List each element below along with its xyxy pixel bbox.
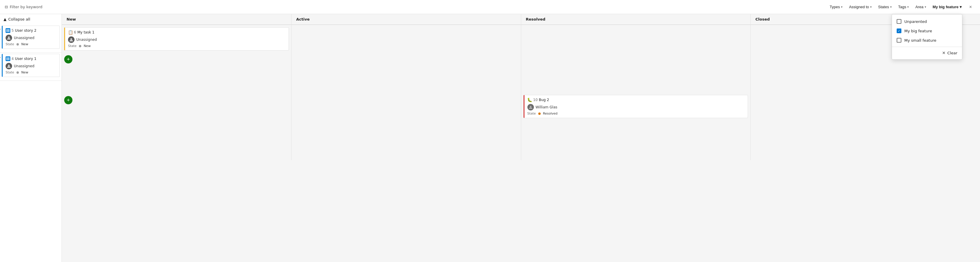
- filter-assigned-to[interactable]: Assigned to ▾: [846, 3, 874, 10]
- col-header-resolved: Resolved: [521, 14, 751, 24]
- filter-icon: ⊟: [5, 5, 8, 9]
- kanban-board: New Active Resolved Closed 📋 6 My task 1: [62, 14, 980, 262]
- chevron-down-icon: ▾: [907, 5, 909, 8]
- svg-rect-3: [6, 57, 8, 60]
- assignee-row-1: Unassigned: [6, 35, 57, 41]
- checkbox-unparented[interactable]: [897, 19, 901, 24]
- chevron-down-icon: ▾: [870, 5, 872, 8]
- chevron-down-icon: ▾: [841, 5, 843, 8]
- collapse-all-btn[interactable]: ▲ Collapse all: [0, 14, 62, 24]
- main-layout: ▲ Collapse all ▼ 5 User story 2: [0, 14, 980, 262]
- story-group-1: ▼ 5 User story 2: [0, 25, 62, 52]
- assignee-row-2: Unassigned: [6, 63, 57, 69]
- task-card-10[interactable]: 🐛 10 Bug 2 William Glas: [523, 95, 748, 118]
- checkbox-my-big-feature[interactable]: ✓: [897, 28, 901, 33]
- clear-btn[interactable]: ✕ Clear: [892, 49, 962, 57]
- col-header-active: Active: [291, 14, 521, 24]
- state-row-1: State New: [6, 42, 57, 46]
- close-button[interactable]: ×: [966, 2, 975, 12]
- clear-x-icon: ✕: [942, 51, 945, 55]
- chevron-down-icon: ▾: [890, 5, 892, 8]
- filter-keyword-label: Filter by keyword: [10, 5, 42, 9]
- filter-area[interactable]: Area ▾: [913, 3, 928, 10]
- bug-icon-10: 🐛: [527, 98, 532, 102]
- state-row-2: State New: [6, 71, 57, 74]
- board-row-2: + 🐛 10 Bug 2: [62, 93, 980, 160]
- cell-row1-active: +: [291, 25, 521, 93]
- cell-row2-new: +: [62, 93, 291, 160]
- filter-types[interactable]: Types ▾: [827, 3, 845, 10]
- dropdown-item-my-big-feature[interactable]: ✓ My big feature: [892, 26, 962, 36]
- board-row-1: 📋 6 My task 1 Unassigned: [62, 25, 980, 93]
- cell-row2-closed: [751, 93, 980, 160]
- add-task-btn-row2-new[interactable]: +: [64, 96, 72, 104]
- filter-states[interactable]: States ▾: [876, 3, 894, 10]
- svg-rect-0: [6, 29, 8, 32]
- task-avatar-6: [68, 36, 75, 43]
- top-bar: ⊟ Filter by keyword Types ▾ Assigned to …: [0, 0, 980, 14]
- task-state-dot-6: [79, 45, 81, 47]
- cell-row1-resolved: [521, 25, 751, 93]
- user-story-icon: [6, 28, 10, 33]
- avatar-2: [6, 63, 12, 69]
- task-card-6[interactable]: 📋 6 My task 1 Unassigned: [64, 27, 289, 51]
- story-card-1[interactable]: ▼ 5 User story 2: [2, 25, 60, 49]
- story-collapse-icon: ▼: [0, 28, 1, 31]
- collapse-arrow-icon: ▲: [3, 17, 6, 21]
- dropdown-divider: [892, 47, 962, 47]
- checkbox-my-small-feature[interactable]: [897, 38, 901, 43]
- svg-rect-4: [8, 57, 10, 60]
- story-header-2: 4 User story 1: [6, 57, 57, 61]
- chevron-down-icon: ▾: [960, 5, 962, 9]
- chevron-down-icon: ▾: [924, 5, 926, 8]
- state-dot-1: [16, 43, 19, 46]
- top-bar-filters: Types ▾ Assigned to ▾ States ▾ Tags ▾ Ar…: [827, 2, 975, 12]
- cell-row1-new: 📋 6 My task 1 Unassigned: [62, 25, 291, 93]
- user-story-icon-2: [6, 57, 10, 61]
- spacer: [0, 50, 62, 52]
- avatar-1: [6, 35, 12, 41]
- dropdown-item-unparented[interactable]: Unparented: [892, 17, 962, 26]
- col-header-new: New: [62, 14, 291, 24]
- task-assignee-6: Unassigned: [68, 36, 286, 43]
- task-state-dot-10: [538, 112, 541, 115]
- story-group-2: ▼ 4 User story 1: [0, 54, 62, 81]
- task-state-10: State Resolved: [527, 112, 745, 115]
- cell-row2-resolved: 🐛 10 Bug 2 William Glas: [521, 93, 751, 160]
- spacer: [0, 78, 62, 80]
- dropdown-item-my-small-feature[interactable]: My small feature: [892, 36, 962, 45]
- cell-row2-active: [291, 93, 521, 160]
- task-avatar-10: [527, 104, 534, 110]
- filter-tags[interactable]: Tags ▾: [896, 3, 911, 10]
- story-collapse-icon-2: ▼: [0, 57, 1, 59]
- task-header-6: 📋 6 My task 1: [68, 30, 286, 35]
- sidebar: ▲ Collapse all ▼ 5 User story 2: [0, 14, 62, 262]
- story-card-2[interactable]: ▼ 4 User story 1: [2, 54, 60, 77]
- story-header-1: 5 User story 2: [6, 28, 57, 33]
- state-dot-2: [16, 71, 19, 74]
- task-icon-6: 📋: [68, 30, 73, 35]
- task-assignee-10: William Glas: [527, 104, 745, 110]
- board-header-row: New Active Resolved Closed: [62, 14, 980, 25]
- feature-filter-btn[interactable]: My big feature ▾: [930, 3, 964, 10]
- feature-dropdown: Unparented ✓ My big feature My small fea…: [892, 14, 963, 60]
- add-task-btn-row1-new[interactable]: +: [64, 55, 72, 63]
- filter-keyword[interactable]: ⊟ Filter by keyword: [5, 5, 42, 9]
- task-header-10: 🐛 10 Bug 2: [527, 98, 745, 102]
- svg-rect-1: [8, 29, 10, 32]
- task-state-6: State New: [68, 44, 286, 48]
